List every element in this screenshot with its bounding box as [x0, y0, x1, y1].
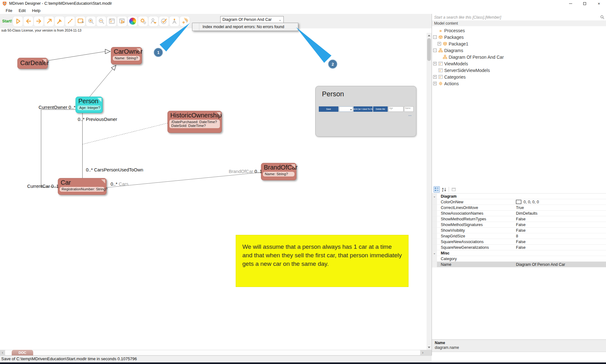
class-person[interactable]: Person Age: Integer?	[76, 97, 103, 113]
property-row-showmethodsignatures[interactable]: ShowMethodSignatures False	[432, 222, 606, 228]
property-row-showassociationnames[interactable]: ShowAssociationNames DimDefaults	[432, 211, 606, 216]
property-row-squarenewgeneralizations[interactable]: SquareNewGeneralizations False	[432, 245, 606, 250]
nav-back-button[interactable]	[23, 16, 33, 26]
property-row-showvisibility[interactable]: ShowVisibility False	[432, 228, 606, 233]
expand-expander[interactable]: +	[433, 75, 437, 79]
access-groups-button[interactable]	[148, 16, 158, 26]
vm-name-field[interactable]: Name	[404, 106, 414, 112]
vm-add-car-button[interactable]: Add A Car I Used To Own	[354, 106, 373, 112]
draw-association-button[interactable]	[44, 16, 54, 26]
generalization-person-carowner[interactable]	[90, 69, 113, 97]
class-historicownership[interactable]: HistoricOwnership /DatePurchased: DateTi…	[167, 111, 222, 133]
property-row-snapgridsize[interactable]: SnapGridSize 8	[432, 233, 606, 239]
zoom-out-button[interactable]	[96, 16, 106, 26]
association-currentowner-line[interactable]	[41, 110, 76, 187]
viewmodel-editor-button[interactable]	[107, 16, 117, 26]
tree-item-diagram-of-person-and-car[interactable]: Diagram Of Person And Car	[432, 54, 606, 60]
vm-more-link[interactable]: ...	[408, 113, 412, 116]
vm-save-button[interactable]: Save	[319, 106, 338, 112]
nav-forward-button[interactable]	[34, 16, 44, 26]
settings-button[interactable]	[138, 16, 148, 26]
search-input[interactable]	[432, 14, 606, 21]
viewmodel-preview-panel[interactable]: Person Save Add A Car I Used To Own Dele…	[315, 86, 416, 137]
scroll-up-button[interactable]	[427, 33, 432, 38]
menu-file[interactable]: File	[3, 8, 15, 14]
vm-delete-me-button[interactable]: Delete Me	[373, 106, 388, 112]
validate-model-button[interactable]	[159, 16, 169, 26]
class-attribute[interactable]: DateSold: DateTime?	[171, 124, 218, 128]
tree-item-viewmodels[interactable]: + ViewModels	[432, 60, 606, 67]
scroll-down-button[interactable]	[427, 345, 432, 350]
close-button[interactable]: ×	[592, 0, 606, 7]
chevron-down-icon[interactable]: ⌄	[432, 250, 437, 256]
run-button[interactable]	[13, 16, 23, 26]
association-class-link[interactable]	[82, 123, 167, 144]
styles-button[interactable]	[128, 16, 137, 26]
property-row-name[interactable]: Name Diagram Of Person And Car	[432, 262, 606, 267]
property-row-coloronnew[interactable]: ColorOnNew 0, 0, 0, 0	[432, 199, 606, 205]
vm-combobox[interactable]	[339, 106, 353, 112]
property-row-correctlinesonmove[interactable]: CorrectLinesOnMove True	[432, 205, 606, 211]
tree-item-actions[interactable]: + Actions	[432, 80, 606, 87]
draw-dashed-line-button[interactable]	[65, 16, 75, 26]
doc-tab[interactable]: DOC	[12, 350, 33, 355]
class-attribute[interactable]: Name: String?	[263, 172, 294, 176]
radar-button[interactable]	[180, 16, 190, 26]
diagram-canvas[interactable]: CarDealer CarOwner Name: String? Person …	[0, 33, 432, 350]
property-category-diagram[interactable]: ⌄ Diagram	[432, 194, 606, 199]
collapse-expander[interactable]: -	[433, 35, 437, 39]
expand-expander[interactable]: +	[438, 42, 441, 45]
canvas-horizontal-scrollbar[interactable]: ‹ DOC ›	[0, 350, 432, 355]
viewmodel-window-icon	[438, 61, 443, 66]
property-pages-button[interactable]	[451, 186, 457, 193]
tree-item-diagrams[interactable]: - Diagrams	[432, 47, 606, 54]
class-attribute[interactable]: Age: Integer?	[77, 105, 101, 110]
class-brandofcar[interactable]: BrandOfCar Name: String?	[261, 163, 296, 180]
class-attribute[interactable]: /DatePurchased: DateTime?	[171, 120, 218, 124]
expand-expander[interactable]: +	[433, 62, 437, 65]
scroll-right-button[interactable]: ›	[420, 350, 425, 355]
scroll-left-button[interactable]: ‹	[0, 350, 5, 355]
chevron-down-icon[interactable]: ⌄	[432, 194, 437, 199]
minimize-button[interactable]	[563, 0, 578, 7]
class-car[interactable]: Car RegistrationNumber: String?	[58, 178, 106, 195]
generalization-cardealer-carowner[interactable]	[48, 51, 105, 61]
maximize-button[interactable]	[578, 0, 592, 7]
arrow-northeast-icon	[45, 17, 53, 25]
diagram-selector[interactable]: Diagram Of Person And Car ⌄	[220, 16, 284, 23]
start-label[interactable]: Start!	[2, 19, 12, 23]
canvas-vertical-scrollbar[interactable]	[427, 33, 432, 350]
sort-az-icon: AZ	[442, 187, 446, 192]
class-cardealer[interactable]: CarDealer	[17, 58, 48, 69]
sticky-note[interactable]: We will assume that a person always has …	[236, 235, 409, 287]
class-carowner[interactable]: CarOwner Name: String?	[111, 47, 142, 64]
person-marker-button[interactable]	[169, 16, 179, 26]
property-category-misc[interactable]: ⌄ Misc	[432, 250, 606, 256]
run-viewmodel-button[interactable]	[117, 16, 127, 26]
sort-alphabetical-button[interactable]: AZ	[441, 186, 447, 193]
class-attributes[interactable]: /DatePurchased: DateTime? DateSold: Date…	[169, 120, 220, 128]
tree-item-categories[interactable]: + Categories	[432, 74, 606, 80]
zoom-in-button[interactable]	[86, 16, 96, 26]
property-row-squarenewassociations[interactable]: SquareNewAssociations False	[432, 239, 606, 245]
tree-item-package1[interactable]: + Package1	[432, 40, 606, 47]
categorized-view-button[interactable]	[433, 186, 440, 193]
menu-help[interactable]: Help	[29, 8, 44, 14]
vm-age-field[interactable]: Age	[388, 106, 403, 112]
color-swatch[interactable]	[516, 200, 521, 204]
vertical-scroll-thumb[interactable]	[427, 38, 431, 61]
collapse-expander[interactable]: -	[433, 49, 437, 52]
horizontal-scroll-thumb[interactable]	[5, 350, 420, 355]
tree-item-serversideviewmodels[interactable]: ServerSideViewModels	[432, 67, 606, 74]
tree-item-processes[interactable]: » Processes	[432, 27, 606, 34]
expand-expander[interactable]: +	[433, 82, 437, 85]
tree-item-packages[interactable]: - Packages	[432, 34, 606, 40]
select-frame-button[interactable]	[76, 16, 85, 26]
association-car-brandofcar-line[interactable]	[106, 172, 261, 188]
class-attribute[interactable]: Name: String?	[113, 56, 140, 61]
draw-generalization-button[interactable]	[55, 16, 64, 26]
property-row-category[interactable]: Category	[432, 256, 606, 262]
property-row-showmethodreturntypes[interactable]: ShowMethodReturnTypes False	[432, 216, 606, 222]
class-attribute[interactable]: RegistrationNumber: String?	[60, 187, 105, 192]
menu-edit[interactable]: Edit	[15, 8, 29, 14]
